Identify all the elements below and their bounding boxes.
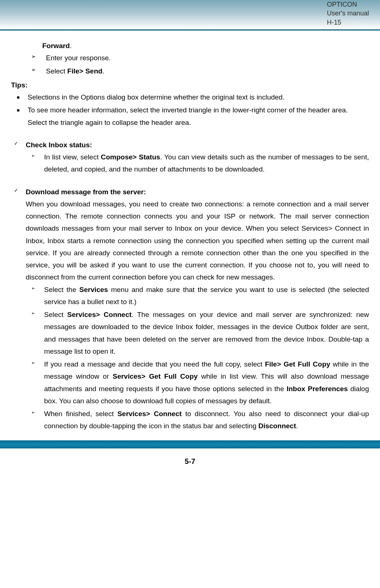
tip-header-triangle: To see more header information, select t… (11, 104, 369, 129)
forward-label: Forward (42, 42, 70, 50)
forward-period: . (70, 42, 72, 50)
tip-options-dialog: Selections in the Options dialog box det… (11, 91, 369, 103)
step-get-full-copy: If you read a message and decide that yo… (26, 358, 369, 407)
header-banner: OPTICON User's manual H-15 (0, 0, 380, 30)
download-heading: Download message from the server: (26, 186, 369, 198)
page-number: 5-7 (0, 455, 380, 475)
response-steps: Enter your response. Select File> Send. (11, 52, 369, 77)
tips-list: Selections in the Options dialog box det… (11, 91, 369, 129)
step-enter-response: Enter your response. (11, 52, 369, 64)
continuation-line: Forward. (42, 40, 369, 52)
check-inbox-steps: In list view, select Compose> Status. Yo… (26, 151, 369, 176)
tips-heading: Tips: (11, 79, 369, 91)
step-select-send: Select File> Send. (11, 65, 369, 77)
step-services-menu: Select the Services menu and make sure t… (26, 284, 369, 308)
header-title: User's manual (327, 10, 369, 17)
check-inbox-heading: Check Inbox status: (26, 139, 369, 151)
footer-banner (0, 440, 380, 448)
download-steps: Select the Services menu and make sure t… (26, 284, 369, 432)
download-paragraph: When you download messages, you need to … (26, 198, 369, 284)
download-message-server: Download message from the server: When y… (11, 186, 369, 432)
header-text-block: OPTICON User's manual H-15 (327, 0, 369, 27)
check-inbox-status: Check Inbox status: In list view, select… (11, 139, 369, 176)
step-compose-status: In list view, select Compose> Status. Yo… (26, 151, 369, 176)
page-content: Forward. Enter your response. Select Fil… (0, 30, 380, 437)
header-model: H-15 (327, 19, 341, 26)
procedure-list: Check Inbox status: In list view, select… (11, 139, 369, 432)
step-services-connect: Select Services> Connect. The messages o… (26, 309, 369, 357)
header-brand: OPTICON (327, 1, 357, 8)
step-disconnect: When finished, select Services> Connect … (26, 408, 369, 432)
